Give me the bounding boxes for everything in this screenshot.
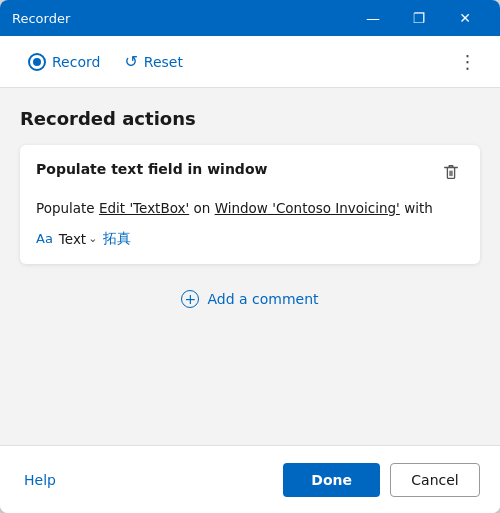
recorder-window: Recorder — ❐ ✕ Record ↺ Reset ⋮ Recorded… <box>0 0 500 513</box>
record-icon <box>28 53 46 71</box>
action-value-row: Aa Text ⌄ 拓真 <box>36 230 464 248</box>
type-icon: Aa <box>36 231 53 246</box>
with-text: with <box>404 200 433 216</box>
description-prefix: Populate <box>36 200 95 216</box>
plus-circle-icon: + <box>181 290 199 308</box>
more-options-button[interactable]: ⋮ <box>452 46 484 78</box>
action-card-header: Populate text field in window <box>36 161 464 186</box>
edit-textbox-link[interactable]: Edit 'TextBox' <box>99 200 189 216</box>
value-text: 拓真 <box>103 230 131 248</box>
section-title: Recorded actions <box>20 108 480 129</box>
record-button[interactable]: Record <box>16 47 112 77</box>
add-comment-row: + Add a comment <box>20 284 480 314</box>
window-link[interactable]: Window 'Contoso Invoicing' <box>215 200 400 216</box>
toolbar: Record ↺ Reset ⋮ <box>0 36 500 88</box>
record-label: Record <box>52 54 100 70</box>
record-dot <box>33 58 41 66</box>
on-text: on <box>194 200 211 216</box>
reset-label: Reset <box>144 54 183 70</box>
maximize-button[interactable]: ❐ <box>396 0 442 36</box>
reset-icon: ↺ <box>124 52 137 71</box>
footer-actions: Done Cancel <box>283 463 480 497</box>
add-comment-label: Add a comment <box>207 291 318 307</box>
action-card-title: Populate text field in window <box>36 161 267 177</box>
help-button[interactable]: Help <box>20 464 60 496</box>
window-title: Recorder <box>12 11 350 26</box>
minimize-button[interactable]: — <box>350 0 396 36</box>
delete-action-button[interactable] <box>438 161 464 186</box>
title-bar: Recorder — ❐ ✕ <box>0 0 500 36</box>
reset-button[interactable]: ↺ Reset <box>112 46 195 77</box>
chevron-down-icon: ⌄ <box>88 232 97 245</box>
window-controls: — ❐ ✕ <box>350 0 488 36</box>
footer: Help Done Cancel <box>0 445 500 513</box>
add-comment-button[interactable]: + Add a comment <box>169 284 330 314</box>
done-button[interactable]: Done <box>283 463 380 497</box>
action-description: Populate Edit 'TextBox' on Window 'Conto… <box>36 198 464 220</box>
type-dropdown[interactable]: Text ⌄ <box>59 231 98 247</box>
cancel-button[interactable]: Cancel <box>390 463 480 497</box>
trash-icon <box>442 163 460 181</box>
action-card: Populate text field in window Populate E… <box>20 145 480 264</box>
main-content: Recorded actions Populate text field in … <box>0 88 500 445</box>
close-button[interactable]: ✕ <box>442 0 488 36</box>
type-dropdown-label: Text <box>59 231 86 247</box>
